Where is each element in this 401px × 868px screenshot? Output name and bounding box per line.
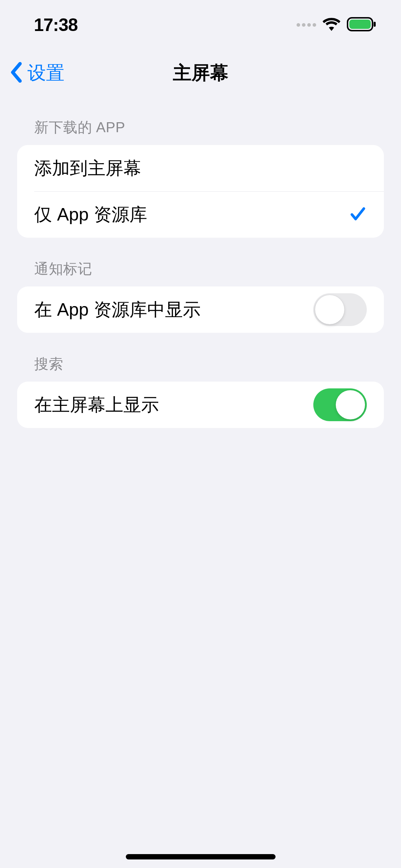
option-add-to-home[interactable]: 添加到主屏幕: [17, 145, 384, 191]
settings-group-notification-badges: 在 App 资源库中显示: [17, 286, 384, 333]
svg-rect-2: [374, 22, 376, 27]
toggle-row-show-on-home: 在主屏幕上显示: [17, 382, 384, 428]
toggle-knob: [315, 295, 344, 324]
status-bar: 17:38: [0, 0, 401, 50]
option-label: 仅 App 资源库: [34, 203, 147, 227]
option-app-library-only[interactable]: 仅 App 资源库: [17, 191, 384, 238]
option-label: 添加到主屏幕: [34, 156, 141, 180]
section-header-new-downloads: 新下载的 APP: [17, 96, 384, 145]
toggle-label: 在 App 资源库中显示: [34, 298, 201, 322]
back-label: 设置: [27, 61, 65, 86]
section-header-notification-badges: 通知标记: [17, 238, 384, 286]
settings-group-search: 在主屏幕上显示: [17, 382, 384, 428]
chevron-left-icon: [9, 62, 23, 84]
toggle-show-in-app-library[interactable]: [313, 293, 367, 326]
toggle-row-show-in-app-library: 在 App 资源库中显示: [17, 286, 384, 333]
status-time: 17:38: [34, 15, 78, 35]
svg-rect-1: [349, 20, 371, 29]
home-indicator: [126, 854, 276, 859]
content: 新下载的 APP 添加到主屏幕 仅 App 资源库 通知标记 在 App 资源库…: [0, 96, 401, 428]
wifi-icon: [323, 17, 340, 32]
toggle-knob: [336, 390, 365, 419]
battery-icon: [347, 17, 376, 33]
settings-group-new-downloads: 添加到主屏幕 仅 App 资源库: [17, 145, 384, 238]
checkmark-icon: [349, 205, 367, 224]
section-header-search: 搜索: [17, 333, 384, 382]
page-title: 主屏幕: [173, 61, 228, 86]
status-icons: [297, 17, 376, 33]
toggle-show-on-home[interactable]: [313, 388, 367, 421]
toggle-label: 在主屏幕上显示: [34, 393, 159, 417]
signal-dots-icon: [297, 23, 316, 27]
back-button[interactable]: 设置: [9, 61, 65, 86]
navigation-bar: 设置 主屏幕: [0, 50, 401, 96]
